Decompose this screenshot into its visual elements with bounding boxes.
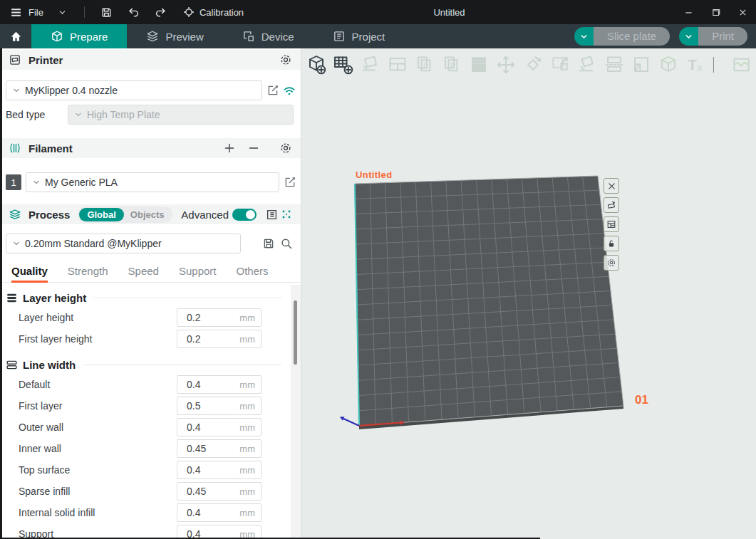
chevron-down-icon[interactable] [49, 0, 76, 24]
scrollbar-thumb[interactable] [294, 300, 297, 365]
cut-icon [602, 53, 626, 77]
tab-project[interactable]: Project [314, 24, 405, 48]
tab-project-label: Project [352, 31, 385, 43]
printer-preset-combo[interactable]: MyKlipper 0.4 nozzle [6, 80, 262, 100]
param-value: 0.45 [177, 443, 206, 454]
param-input[interactable]: 0.2 mm [177, 308, 262, 327]
plate-settings-gear-icon[interactable] [604, 255, 619, 271]
param-tab-others[interactable]: Others [237, 262, 269, 283]
add-filament-icon[interactable] [224, 142, 235, 154]
add-plate-icon[interactable] [331, 53, 356, 77]
edit-filament-preset-icon[interactable] [284, 176, 296, 189]
param-tab-quality[interactable]: Quality [11, 262, 48, 283]
build-plate[interactable] [301, 48, 756, 539]
maximize-icon[interactable] [702, 0, 729, 24]
filament-settings-gear-icon[interactable] [279, 142, 292, 155]
device-icon [242, 30, 255, 43]
param-value: 0.4 [177, 464, 200, 476]
save-icon[interactable] [93, 0, 120, 24]
plate-name-label[interactable]: Untitled [356, 169, 393, 180]
filament-preset-value: My Generic PLA [45, 177, 118, 188]
remove-filament-icon[interactable] [248, 142, 259, 154]
param-tabs: Quality Strength Speed Support Others [0, 262, 301, 283]
filament-header-label: Filament [29, 142, 73, 155]
param-value: 0.4 [177, 507, 200, 518]
param-input[interactable]: 0.45 mm [177, 439, 262, 458]
menu-icon[interactable] [0, 0, 29, 24]
param-group-header[interactable]: Line width [6, 357, 285, 372]
layer-height-icon [6, 292, 18, 304]
param-row: Default 0.4 mm [0, 375, 291, 394]
scope-global-button[interactable]: Global [79, 208, 123, 221]
param-row: Sparse infill 0.45 mm [0, 482, 291, 501]
scope-objects-button[interactable]: Objects [124, 208, 171, 221]
param-row: Support 0.4 mm [0, 525, 291, 539]
param-tab-strength[interactable]: Strength [68, 262, 108, 283]
edit-printer-preset-icon[interactable] [266, 84, 279, 97]
param-input[interactable]: 0.2 mm [177, 330, 262, 348]
wifi-icon[interactable] [283, 85, 296, 98]
param-input[interactable]: 0.5 mm [177, 397, 262, 415]
slice-options-chevron-icon[interactable] [574, 27, 594, 46]
param-input[interactable]: 0.4 mm [177, 418, 262, 436]
variable-layer-height-icon [467, 53, 491, 77]
filament-preset-combo[interactable]: My Generic PLA [26, 172, 279, 192]
tab-preview[interactable]: Preview [127, 24, 222, 48]
filament-slot-badge[interactable]: 1 [6, 174, 21, 190]
chevron-down-icon [32, 178, 41, 187]
param-tab-support[interactable]: Support [179, 262, 217, 283]
split-to-objects-icon: 0 [413, 53, 437, 77]
file-menu-label[interactable]: File [29, 7, 43, 18]
param-input[interactable]: 0.45 mm [177, 482, 262, 501]
arrange-plate-icon[interactable] [604, 216, 619, 232]
param-tab-speed[interactable]: Speed [128, 262, 159, 283]
tab-prepare[interactable]: Prepare [31, 24, 127, 48]
viewport-toolbar: 0PTa [301, 51, 754, 78]
chevron-down-icon [74, 110, 83, 119]
redo-icon[interactable] [147, 0, 175, 24]
lock-plate-icon[interactable] [604, 236, 619, 251]
view-all-params-icon[interactable] [266, 209, 278, 221]
param-input[interactable]: 0.4 mm [177, 375, 262, 394]
param-value: 0.2 [177, 333, 200, 345]
add-object-icon[interactable] [304, 53, 328, 77]
3d-viewport[interactable]: 0PTa Untitled 01 [301, 48, 756, 539]
delete-plate-icon[interactable] [604, 178, 619, 194]
preview-icon [146, 30, 159, 43]
param-unit: mm [239, 508, 261, 518]
minimize-icon[interactable] [675, 0, 702, 24]
param-input[interactable]: 0.4 mm [177, 525, 262, 539]
slice-plate-button[interactable]: Slice plate [594, 27, 670, 46]
process-preset-combo[interactable]: 0.20mm Standard @MyKlipper [6, 234, 241, 253]
orient-plate-icon[interactable] [604, 197, 619, 213]
param-group-header[interactable]: Layer height [6, 290, 285, 305]
scrollbar[interactable] [291, 285, 301, 539]
param-input[interactable]: 0.4 mm [177, 461, 262, 479]
param-label: Default [19, 379, 50, 390]
advanced-toggle[interactable] [232, 209, 257, 221]
filament-section-header: Filament [0, 138, 301, 158]
split-to-parts-icon: P [440, 53, 464, 77]
compare-presets-icon[interactable] [281, 209, 292, 220]
close-icon[interactable] [729, 0, 756, 24]
param-row: Internal solid infill 0.4 mm [0, 503, 291, 522]
param-input[interactable]: 0.4 mm [177, 503, 262, 522]
undo-icon[interactable] [120, 0, 147, 24]
plate-number-label: 01 [635, 393, 648, 407]
param-label: Top surface [19, 464, 70, 476]
bed-type-combo[interactable]: High Temp Plate [68, 105, 294, 125]
search-icon[interactable] [280, 237, 293, 250]
printer-settings-gear-icon[interactable] [279, 53, 292, 66]
toolbar-separator [713, 57, 714, 73]
print-options-chevron-icon[interactable] [679, 27, 698, 46]
tab-device[interactable]: Device [223, 24, 314, 48]
calibration-button[interactable]: Calibration [175, 0, 252, 24]
group-divider [83, 365, 282, 365]
mesh-edit-icon [730, 53, 754, 77]
svg-text:a: a [697, 62, 703, 73]
print-button[interactable]: Print [698, 27, 747, 46]
home-icon[interactable] [0, 24, 31, 48]
assembly-icon [656, 53, 680, 77]
save-preset-icon[interactable] [262, 237, 275, 250]
param-label: First layer height [19, 333, 92, 345]
